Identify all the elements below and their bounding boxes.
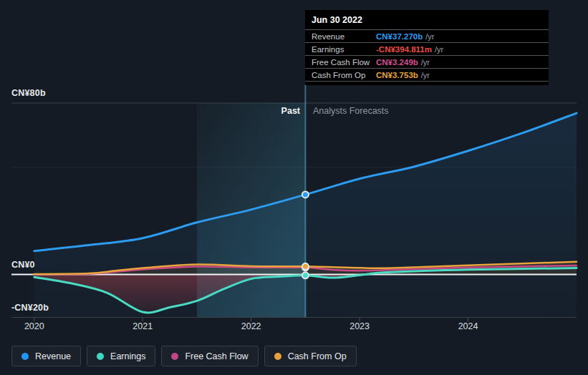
legend-item-free-cash-flow[interactable]: Free Cash Flow: [161, 346, 258, 366]
tooltip-label: Free Cash Flow: [312, 58, 376, 67]
financials-chart[interactable]: CN¥80b CN¥0 -CN¥20b 2020 2021 2022 2023 …: [0, 0, 588, 375]
tooltip-label: Revenue: [312, 32, 376, 41]
tooltip-unit: /yr: [435, 45, 443, 54]
legend-label: Cash From Op: [288, 351, 347, 361]
y-axis-label-0: CN¥0: [11, 260, 35, 270]
tooltip-unit: /yr: [425, 32, 434, 41]
tooltip-value: CN¥3.753b: [376, 71, 418, 79]
chart-tooltip: Jun 30 2022 Revenue CN¥37.270b /yr Earni…: [305, 10, 549, 85]
y-axis-label-neg20b: -CN¥20b: [11, 303, 49, 313]
legend-label: Free Cash Flow: [185, 351, 248, 361]
legend-label: Revenue: [35, 351, 71, 361]
x-tick-2021: 2021: [132, 321, 153, 331]
revenue-dot-icon: [21, 353, 29, 360]
tooltip-value: CN¥37.270b: [376, 32, 423, 41]
tooltip-unit: /yr: [421, 58, 430, 67]
tooltip-label: Earnings: [312, 45, 376, 54]
tooltip-row-revenue: Revenue CN¥37.270b /yr: [305, 30, 549, 43]
past-annotation: Past: [281, 106, 300, 116]
legend-item-cash-from-op[interactable]: Cash From Op: [264, 346, 357, 366]
y-axis-label-80b: CN¥80b: [11, 88, 46, 98]
marker-revenue: [302, 191, 309, 198]
marker-earnings: [302, 272, 309, 278]
tooltip-row-cash-from-op: Cash From Op CN¥3.753b /yr: [305, 69, 549, 82]
tooltip-date: Jun 30 2022: [305, 10, 549, 30]
free-cash-flow-dot-icon: [171, 353, 178, 360]
chart-legend: Revenue Earnings Free Cash Flow Cash Fro…: [11, 346, 357, 366]
forecast-annotation: Analysts Forecasts: [313, 106, 389, 116]
cash-from-op-dot-icon: [274, 353, 281, 360]
tooltip-unit: /yr: [421, 71, 430, 79]
marker-cash-from-op: [302, 263, 309, 270]
x-tick-2024: 2024: [458, 321, 478, 331]
tooltip-row-earnings: Earnings -CN¥394.811m /yr: [305, 43, 549, 56]
tooltip-row-free-cash-flow: Free Cash Flow CN¥3.249b /yr: [305, 56, 549, 69]
x-tick-2023: 2023: [350, 321, 370, 331]
earnings-dot-icon: [97, 353, 104, 360]
legend-item-earnings[interactable]: Earnings: [87, 346, 155, 366]
tooltip-value: CN¥3.249b: [376, 58, 418, 67]
legend-label: Earnings: [110, 351, 145, 361]
x-tick-2022: 2022: [241, 321, 261, 331]
x-tick-2020: 2020: [24, 321, 44, 331]
legend-item-revenue[interactable]: Revenue: [11, 346, 81, 366]
tooltip-label: Cash From Op: [312, 71, 376, 79]
tooltip-value: -CN¥394.811m: [376, 45, 432, 54]
